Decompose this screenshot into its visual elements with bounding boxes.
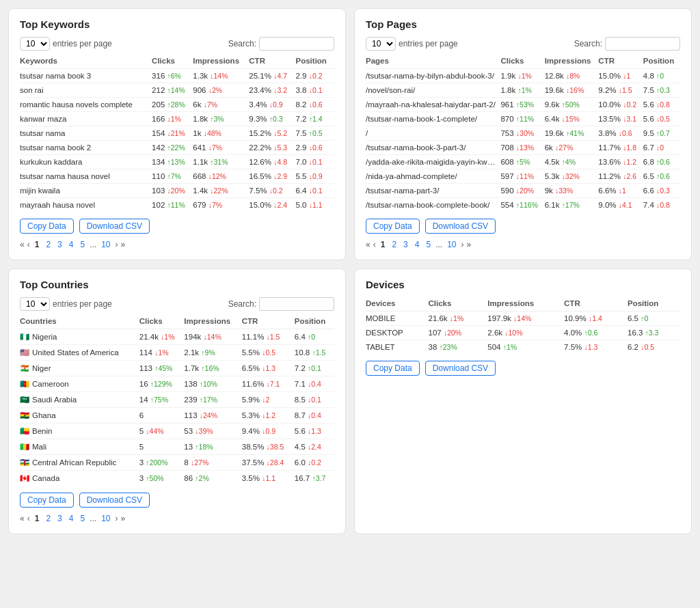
clicks-cell: 316 ↑6%	[152, 69, 193, 83]
ctr-cell: 37.5% ↓28.4	[242, 455, 295, 471]
table-row: kurkukun kaddara 134 ↑13% 1.1k ↑31% 12.6…	[20, 155, 334, 169]
col-impressions: Impressions	[487, 297, 564, 312]
device-cell: DESKTOP	[366, 326, 428, 340]
keywords-csv-btn[interactable]: Download CSV	[79, 219, 150, 234]
col-clicks: Clicks	[139, 315, 185, 329]
clicks-cell: 597 ↓11%	[500, 169, 544, 184]
country-cell: 🇨🇫Central African Republic	[20, 455, 139, 471]
table-row: 🇳🇪Niger 113 ↑45% 1.7k ↑16% 6.5% ↓1.3 7.2…	[20, 361, 334, 376]
country-cell: 🇳🇪Niger	[20, 361, 139, 376]
clicks-cell: 205 ↑28%	[152, 98, 193, 112]
pages-entries-select[interactable]: 102550	[366, 37, 396, 51]
table-row: 🇨🇫Central African Republic 3 ↑200% 8 ↓27…	[20, 455, 334, 471]
table-row: tsutsar nama book 3 316 ↑6% 1.3k ↓14% 25…	[20, 69, 334, 83]
ctr-cell: 5.5% ↓0.5	[242, 345, 295, 361]
pages-table: Pages Clicks Impressions CTR Position /t…	[366, 55, 680, 212]
imp-cell: 679 ↓7%	[193, 198, 249, 212]
table-row: 🇸🇦Saudi Arabia 14 ↑75% 239 ↑17% 5.9% ↓2 …	[20, 392, 334, 408]
clicks-cell: 708 ↓13%	[500, 141, 544, 155]
countries-entries-select[interactable]: 102550	[20, 297, 50, 311]
main-grid: Top Keywords 102550 entries per page Sea…	[8, 8, 692, 534]
pages-search-input[interactable]	[605, 37, 680, 51]
imp-cell: 504 ↑1%	[487, 340, 564, 355]
top-countries-panel: Top Countries 102550 entries per page Se…	[8, 268, 346, 534]
ctr-cell: 7.5% ↓0.2	[249, 184, 295, 198]
keyword-cell: son rai	[20, 83, 152, 98]
devices-copy-btn[interactable]: Copy Data	[366, 361, 420, 376]
clicks-cell: 154 ↓21%	[152, 126, 193, 141]
pos-cell: 6.8 ↑0.6	[643, 155, 680, 169]
pages-entries-label: 102550 entries per page	[366, 37, 458, 51]
ctr-cell: 12.6% ↓4.8	[249, 155, 295, 169]
imp-cell: 19.6k ↑41%	[545, 126, 599, 141]
countries-copy-btn[interactable]: Copy Data	[20, 493, 74, 508]
country-cell: 🇺🇸United States of America	[20, 345, 139, 361]
countries-search-input[interactable]	[259, 297, 334, 311]
table-row: 🇧🇯Benin 5 ↓44% 53 ↓39% 9.4% ↓0.9 5.6 ↓1.…	[20, 424, 334, 439]
pos-cell: 6.5 ↑0.6	[643, 169, 680, 184]
ctr-cell: 10.9% ↓1.4	[564, 312, 628, 326]
pos-cell: 6.2 ↓0.5	[628, 340, 680, 355]
keywords-pagination: « ‹ 1 2 3 4 5 ... 10 › »	[20, 239, 334, 250]
ctr-cell: 13.6% ↓1.2	[598, 155, 643, 169]
table-row: tsutsar nama 154 ↓21% 1k ↓48% 15.2% ↓5.2…	[20, 126, 334, 141]
top-countries-title: Top Countries	[20, 279, 334, 290]
pos-cell: 5.0 ↓1.1	[296, 198, 334, 212]
devices-csv-btn[interactable]: Download CSV	[425, 361, 496, 376]
pos-cell: 8.5 ↓0.1	[295, 392, 334, 408]
clicks-cell: 3 ↑200%	[139, 455, 185, 471]
device-cell: MOBILE	[366, 312, 428, 326]
clicks-cell: 38 ↑23%	[428, 340, 487, 355]
ctr-cell: 11.1% ↓1.5	[242, 329, 295, 345]
keywords-copy-btn[interactable]: Copy Data	[20, 219, 74, 234]
clicks-cell: 102 ↑11%	[152, 198, 193, 212]
keywords-table: Keywords Clicks Impressions CTR Position…	[20, 55, 334, 212]
pos-cell: 6.4 ↓0.1	[296, 184, 334, 198]
clicks-cell: 166 ↓1%	[152, 112, 193, 126]
country-cell: 🇬🇭Ghana	[20, 408, 139, 424]
page-cell: /novel/son-rai/	[366, 83, 500, 98]
ctr-cell: 3.8% ↓0.6	[598, 126, 643, 141]
imp-cell: 6.1k ↑17%	[545, 198, 599, 212]
imp-cell: 113 ↓24%	[184, 408, 241, 424]
col-position: Position	[643, 55, 680, 69]
pages-csv-btn[interactable]: Download CSV	[425, 219, 496, 234]
table-row: tsutsar nama book 2 142 ↑22% 641 ↓7% 22.…	[20, 141, 334, 155]
ctr-cell: 15.2% ↓5.2	[249, 126, 295, 141]
clicks-cell: 3 ↑50%	[139, 471, 185, 486]
keywords-search-input[interactable]	[259, 37, 334, 51]
imp-cell: 86 ↑2%	[184, 471, 241, 486]
table-row: MOBILE 21.6k ↓1% 197.9k ↓14% 10.9% ↓1.4 …	[366, 312, 680, 326]
imp-cell: 19.6k ↓16%	[545, 83, 599, 98]
ctr-cell: 9.4% ↓0.9	[242, 424, 295, 439]
page-cell: /tsutsar-nama-part-3/	[366, 184, 500, 198]
clicks-cell: 870 ↑11%	[500, 112, 544, 126]
pages-copy-btn[interactable]: Copy Data	[366, 219, 420, 234]
country-cell: 🇨🇲Cameroon	[20, 376, 139, 392]
ctr-cell: 38.5% ↓38.5	[242, 439, 295, 455]
pos-cell: 2.9 ↓0.6	[296, 141, 334, 155]
imp-cell: 4.5k ↑4%	[545, 155, 599, 169]
pos-cell: 6.7 ↓0	[643, 141, 680, 155]
clicks-cell: 212 ↑14%	[152, 83, 193, 98]
country-cell: 🇳🇬Nigeria	[20, 329, 139, 345]
clicks-cell: 21.4k ↓1%	[139, 329, 185, 345]
clicks-cell: 142 ↑22%	[152, 141, 193, 155]
table-row: 🇳🇬Nigeria 21.4k ↓1% 194k ↓14% 11.1% ↓1.5…	[20, 329, 334, 345]
keywords-entries-select[interactable]: 102550	[20, 37, 50, 51]
imp-cell: 9.6k ↑50%	[545, 98, 599, 112]
keyword-cell: mayraah hausa novel	[20, 198, 152, 212]
top-keywords-panel: Top Keywords 102550 entries per page Sea…	[8, 8, 346, 260]
ctr-cell: 16.5% ↓2.9	[249, 169, 295, 184]
pos-cell: 16.3 ↑3.3	[628, 326, 680, 340]
ctr-cell: 6.5% ↓1.3	[242, 361, 295, 376]
col-position: Position	[296, 55, 334, 69]
col-clicks: Clicks	[428, 297, 487, 312]
countries-csv-btn[interactable]: Download CSV	[79, 493, 150, 508]
imp-cell: 194k ↓14%	[184, 329, 241, 345]
pos-cell: 5.5 ↓0.9	[296, 169, 334, 184]
table-row: /mayraah-na-khalesat-haiydar-part-2/ 961…	[366, 98, 680, 112]
ctr-cell: 10.0% ↓0.2	[598, 98, 643, 112]
col-ctr: CTR	[564, 297, 628, 312]
clicks-cell: 110 ↑7%	[152, 169, 193, 184]
